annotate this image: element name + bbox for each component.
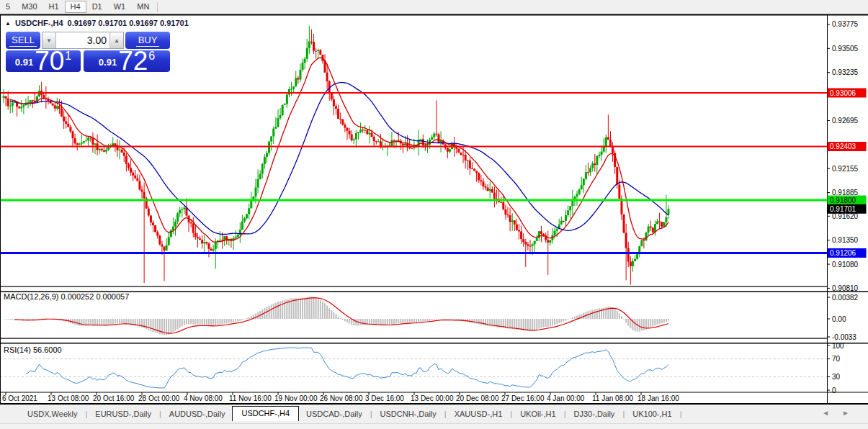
sell-price-big: 70 bbox=[35, 51, 64, 71]
svg-text:0.91701: 0.91701 bbox=[830, 205, 856, 213]
svg-text:0.92403: 0.92403 bbox=[830, 143, 856, 150]
panel-separator bbox=[0, 338, 827, 339]
macd-axis-label: -0.0033 bbox=[832, 333, 856, 341]
date-axis-label: 19 Nov 00:00 bbox=[274, 394, 318, 402]
chevron-down-icon: ▼ bbox=[46, 37, 52, 44]
chevron-up-icon: ▲ bbox=[114, 37, 120, 44]
panel-separator bbox=[0, 14, 868, 16]
date-axis-label: 20 Oct 16:00 bbox=[93, 394, 135, 402]
symbol-title: USDCHF-,H4 bbox=[15, 19, 63, 27]
timeframe-button-d1[interactable]: D1 bbox=[86, 1, 108, 13]
rsi-axis-label: 70 bbox=[832, 355, 841, 363]
timeframe-button-5[interactable]: 5 bbox=[0, 1, 16, 13]
timeframe-button-m30[interactable]: M30 bbox=[16, 1, 42, 13]
macd-signal-line bbox=[14, 298, 668, 333]
sell-price-prefix: 0.91 bbox=[15, 57, 33, 68]
ma-slow-line bbox=[10, 83, 668, 235]
date-axis-label: 11 Jan 08:00 bbox=[592, 394, 634, 402]
timeframe-toolbar: 5M30H1H4D1W1MN bbox=[0, 0, 868, 14]
date-axis-label: 11 Nov 16:00 bbox=[229, 394, 272, 402]
chart-header: ▲ USDCHF-,H4 0.91697 0.91701 0.91697 0.9… bbox=[5, 19, 189, 27]
date-axis-label: 27 Dec 16:00 bbox=[501, 394, 545, 402]
buy-price-sup: 6 bbox=[148, 50, 155, 63]
panel-separator bbox=[0, 392, 868, 393]
tab-ukoil-h1[interactable]: UKOil-,H1 bbox=[513, 409, 563, 419]
price-badge-0.91206: 0.91206 bbox=[828, 248, 867, 258]
collapse-icon[interactable]: ▲ bbox=[5, 20, 11, 27]
symbol-tab-bar: USDX,Weekly|EURUSD-,Daily|AUDUSD-,DailyU… bbox=[0, 405, 868, 423]
price-axis-label: 0.91350 bbox=[832, 236, 859, 244]
price-badge-0.93006: 0.93006 bbox=[828, 89, 867, 98]
timeframe-button-h4[interactable]: H4 bbox=[65, 1, 86, 13]
price-axis-label: 0.92695 bbox=[832, 117, 859, 125]
tab-scroll-right-icon[interactable]: ► bbox=[842, 409, 862, 417]
date-axis-label: 13 Oct 08:00 bbox=[48, 394, 89, 402]
tab-usdchf-h4[interactable]: USDCHF-,H4 bbox=[232, 406, 299, 421]
price-badge-0.91701: 0.91701 bbox=[828, 204, 867, 214]
macd-axis-label: 0.00 bbox=[832, 315, 846, 323]
date-axis-label: 28 Oct 00:00 bbox=[138, 394, 180, 402]
buy-price-prefix: 0.91 bbox=[99, 57, 117, 68]
status-bar bbox=[0, 423, 868, 429]
tab-scroll-left-icon[interactable]: ◄ bbox=[822, 409, 842, 417]
price-axis-label: 0.93775 bbox=[832, 20, 859, 28]
svg-text:0.91206: 0.91206 bbox=[830, 249, 856, 257]
price-badge-0.91800: 0.91800 bbox=[828, 196, 867, 205]
tab-xauusd-h1[interactable]: XAUUSD-,H1 bbox=[447, 409, 510, 419]
timeframe-button-w1[interactable]: W1 bbox=[108, 1, 132, 13]
panel-separator bbox=[0, 286, 827, 287]
date-axis-label: 3 Dec 16:00 bbox=[365, 394, 404, 402]
svg-text:0.93006: 0.93006 bbox=[830, 89, 856, 97]
macd-histogram bbox=[3, 297, 669, 335]
buy-price-box[interactable]: 0.91 72 6 bbox=[84, 50, 170, 72]
macd-label: MACD(12,26,9) 0.000252 0.000057 bbox=[4, 292, 129, 301]
timeframe-button-mn[interactable]: MN bbox=[131, 1, 155, 13]
buy-price-big: 72 bbox=[118, 51, 148, 71]
tab-usdx-weekly[interactable]: USDX,Weekly bbox=[20, 409, 84, 419]
volume-input[interactable] bbox=[56, 32, 109, 48]
tab-separator: | bbox=[679, 410, 683, 418]
rsi-line bbox=[26, 348, 668, 388]
sell-price-box[interactable]: 0.91 70 1 bbox=[6, 50, 81, 72]
rsi-axis-label: 30 bbox=[832, 373, 841, 381]
date-axis-label: 20 Dec 08:00 bbox=[456, 394, 499, 402]
sell-price-sup: 1 bbox=[65, 50, 71, 63]
price-axis-label: 0.92155 bbox=[832, 165, 859, 173]
tab-usdcnh-daily[interactable]: USDCNH-,Daily bbox=[373, 409, 444, 419]
panel-separator bbox=[0, 292, 868, 293]
price-badge-0.92403: 0.92403 bbox=[828, 142, 867, 151]
price-axis-label: 0.91885 bbox=[832, 189, 859, 197]
price-axis-label: 0.93505 bbox=[832, 45, 859, 53]
price-axis-label: 0.90810 bbox=[832, 284, 859, 292]
date-axis-label: 18 Jan 16:00 bbox=[637, 394, 679, 402]
date-axis-label: 13 Dec 00:00 bbox=[411, 394, 454, 402]
macd-axis-label: 0.00382 bbox=[832, 294, 859, 302]
price-axis-label: 0.93235 bbox=[832, 68, 859, 76]
panel-separator bbox=[0, 343, 868, 344]
price-axis-label: 0.91080 bbox=[832, 261, 859, 268]
tab-eurusd-daily[interactable]: EURUSD-,Daily bbox=[88, 409, 158, 419]
one-click-trading-panel: SELL ▼ ▲ BUY 0.91 70 1 0.91 72 6 bbox=[6, 32, 170, 71]
tab-usdcad-daily[interactable]: USDCAD-,Daily bbox=[299, 409, 370, 419]
svg-text:0.91800: 0.91800 bbox=[830, 197, 856, 204]
toolbar-separator bbox=[157, 2, 158, 12]
timeframe-button-h1[interactable]: H1 bbox=[43, 1, 65, 13]
date-axis-label: 26 Nov 08:00 bbox=[320, 394, 363, 402]
date-axis-label: 6 Oct 2021 bbox=[2, 394, 37, 402]
tab-dj30-daily[interactable]: DJ30-,Daily bbox=[567, 409, 622, 419]
tab-audusd-daily[interactable]: AUDUSD-,Daily bbox=[162, 409, 233, 419]
date-axis-label: 4 Jan 00:00 bbox=[547, 394, 585, 402]
rsi-label: RSI(14) 56.6000 bbox=[4, 346, 62, 354]
tab-scroll-arrows: ◄► bbox=[822, 409, 862, 417]
ohlc-values: 0.91697 0.91701 0.91697 0.91701 bbox=[68, 19, 189, 27]
tab-uk100-h1[interactable]: UK100-,H1 bbox=[625, 409, 679, 419]
sell-button-label: SELL bbox=[9, 35, 37, 47]
rsi-axis-label: 100 bbox=[832, 342, 844, 350]
date-axis-label: 4 Nov 08:00 bbox=[184, 394, 223, 402]
rsi-axis-label: 0 bbox=[832, 387, 836, 394]
buy-button-label: BUY bbox=[136, 35, 160, 47]
